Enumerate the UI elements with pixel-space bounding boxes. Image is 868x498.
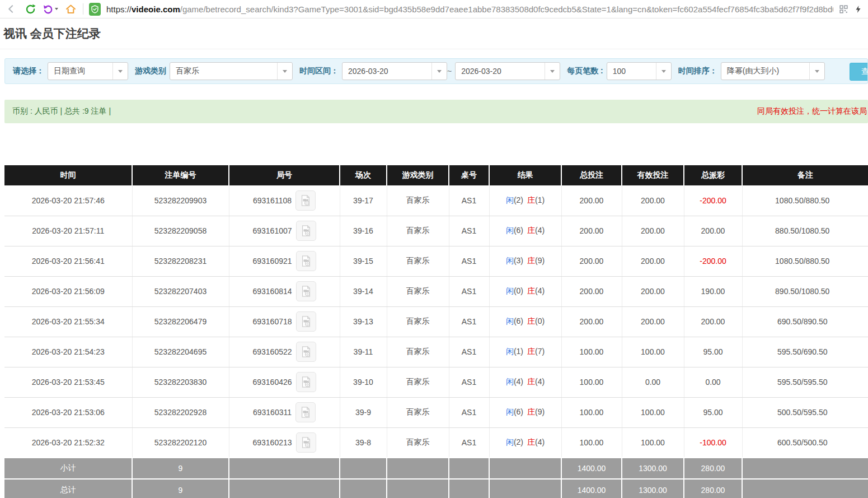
cell-session: 39-16 (340, 216, 387, 246)
cell-table-no: AS1 (449, 306, 489, 337)
back-icon (6, 3, 17, 15)
player-result-label: 闲 (506, 347, 514, 356)
cell-bet-id: 523282204695 (132, 337, 229, 367)
header-table-no: 桌号 (449, 165, 489, 185)
round-number: 693161007 (252, 226, 292, 235)
cell-empty (387, 479, 449, 498)
game-category-select[interactable]: 百家乐 (170, 62, 293, 80)
address-bar[interactable]: https://videoie.com/game/betrecord_searc… (106, 4, 833, 14)
cell-round: 693160311 (229, 397, 340, 427)
video-replay-button[interactable] (296, 372, 316, 392)
toolbar-divider (83, 3, 83, 15)
banker-result-label: 庄 (527, 196, 535, 204)
url-host: videoie.com (132, 4, 180, 14)
chevron-down-icon[interactable] (809, 63, 824, 80)
cell-time: 2026-03-20 21:55:34 (4, 306, 132, 337)
cell-remark: 880.50/1080.50 (742, 216, 868, 246)
chevron-down-icon[interactable] (112, 63, 128, 80)
chevron-down-icon[interactable] (656, 63, 671, 80)
cell-game-category: 百家乐 (387, 246, 449, 276)
header-result: 结果 (489, 165, 561, 185)
player-result-label: 闲 (506, 196, 514, 204)
cell-round: 693160814 (229, 276, 340, 306)
banker-score: (0) (535, 317, 545, 325)
cell-result: 闲(6)庄(4) (489, 216, 561, 246)
banker-result-label: 庄 (527, 226, 535, 235)
cell-remark: 1080.50/880.50 (742, 246, 868, 276)
undo-dropdown-caret[interactable] (55, 8, 58, 10)
video-replay-button[interactable] (295, 190, 316, 211)
total-bet-link[interactable]: 100.00 (561, 337, 622, 367)
qr-code-icon[interactable] (839, 4, 848, 14)
banker-score: (9) (535, 407, 545, 416)
sort-select[interactable]: 降幂(由大到小) (721, 62, 825, 80)
bet-records-table: 时间 注单编号 局号 场次 游戏类别 桌号 结果 总投注 有效投注 总派彩 备注… (4, 165, 868, 498)
chevron-down-icon[interactable] (277, 63, 292, 80)
table-row: 2026-03-20 21:53:06 523282202928 6931603… (4, 397, 868, 427)
total-bet-link[interactable]: 200.00 (561, 276, 622, 306)
cell-payout: 190.00 (684, 276, 742, 306)
round-number: 693160921 (252, 257, 292, 266)
cell-round: 693160426 (229, 367, 340, 397)
cell-payout: -200.00 (684, 246, 742, 276)
video-replay-button[interactable] (296, 281, 316, 301)
cell-remark: 595.50/595.50 (742, 367, 868, 397)
toolbar-right-icons (839, 4, 862, 14)
site-shield-icon[interactable] (89, 3, 101, 16)
page-size-select[interactable]: 100 (607, 62, 672, 80)
cell-bet-id: 523282206479 (132, 306, 229, 337)
video-replay-button[interactable] (296, 221, 316, 241)
date-from-input[interactable]: 2026-03-20 (342, 62, 447, 80)
total-bet-link[interactable]: 100.00 (561, 367, 622, 397)
table-body: 2026-03-20 21:57:46 523282209903 6931611… (4, 185, 868, 458)
search-button[interactable]: 查询 (850, 63, 868, 81)
player-score: (2) (514, 438, 523, 446)
video-replay-button[interactable] (296, 342, 316, 362)
cell-session: 39-17 (340, 185, 387, 216)
video-replay-button[interactable] (296, 311, 316, 332)
total-bet-link[interactable]: 100.00 (561, 397, 622, 427)
chevron-down-icon[interactable] (545, 63, 560, 80)
back-button[interactable] (4, 2, 18, 16)
round-number: 693160522 (252, 347, 292, 356)
cell-empty (742, 458, 868, 479)
player-score: (1) (514, 347, 523, 356)
query-type-select[interactable]: 日期查询 (48, 62, 128, 80)
cell-valid-bet: 100.00 (622, 337, 684, 367)
cell-table-no: AS1 (449, 276, 489, 306)
total-bet-link[interactable]: 200.00 (561, 216, 622, 246)
lightning-icon[interactable] (854, 4, 862, 14)
cell-bet-id: 523282202120 (132, 427, 229, 458)
home-button[interactable] (64, 2, 77, 16)
cell-session: 39-13 (340, 306, 387, 337)
video-replay-button[interactable] (296, 251, 316, 271)
reload-icon (25, 3, 36, 15)
cell-session: 39-10 (340, 367, 387, 397)
banker-score: (4) (535, 226, 545, 235)
video-replay-button[interactable] (296, 432, 316, 453)
home-icon (65, 3, 77, 15)
undo-button[interactable] (43, 3, 58, 15)
total-bet-link[interactable]: 200.00 (561, 185, 622, 216)
video-file-icon (299, 194, 312, 207)
total-bet-link[interactable]: 200.00 (561, 306, 622, 337)
total-bet-link[interactable]: 200.00 (561, 246, 622, 276)
date-to-input[interactable]: 2026-03-20 (455, 62, 560, 80)
cell-result: 闲(2)庄(4) (489, 427, 561, 458)
reload-button[interactable] (24, 2, 37, 16)
cell-remark: 890.50/1080.50 (742, 276, 868, 306)
chevron-down-icon[interactable] (431, 63, 447, 80)
subtotal-count: 9 (132, 458, 229, 479)
banker-result-label: 庄 (527, 256, 535, 265)
table-row: 2026-03-20 21:54:23 523282204695 6931605… (4, 337, 868, 367)
video-file-icon (300, 346, 312, 358)
cell-session: 39-8 (340, 427, 387, 458)
banker-score: (4) (535, 377, 545, 386)
total-bet-link[interactable]: 100.00 (561, 427, 622, 458)
cell-game-category: 百家乐 (387, 185, 449, 216)
cell-table-no: AS1 (449, 397, 489, 427)
undo-icon (43, 3, 54, 15)
cell-remark: 1080.50/880.50 (742, 185, 868, 216)
video-replay-button[interactable] (295, 402, 316, 422)
player-score: (6) (514, 226, 523, 235)
